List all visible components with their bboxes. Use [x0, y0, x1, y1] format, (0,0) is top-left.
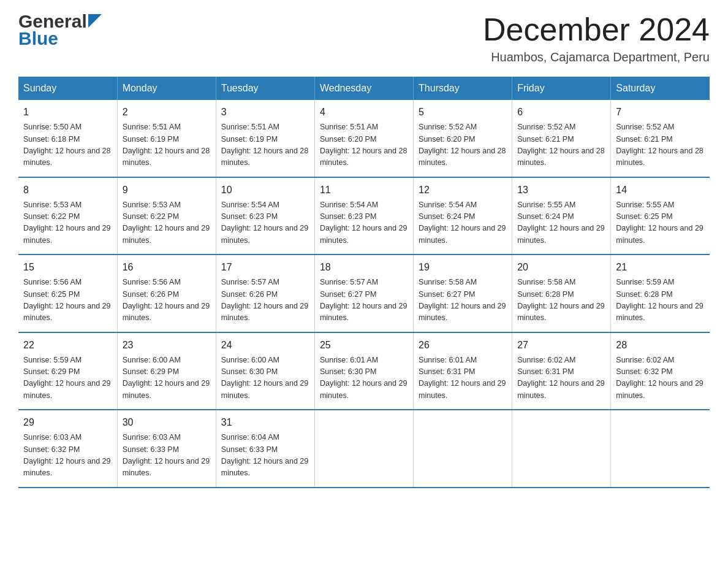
calendar-cell: 7Sunrise: 5:52 AMSunset: 6:21 PMDaylight…: [611, 100, 710, 177]
day-number: 8: [23, 183, 112, 197]
calendar-header-row: SundayMondayTuesdayWednesdayThursdayFrid…: [18, 77, 710, 100]
day-info: Sunrise: 5:57 AMSunset: 6:27 PMDaylight:…: [320, 277, 408, 324]
calendar-cell: 2Sunrise: 5:51 AMSunset: 6:19 PMDaylight…: [117, 100, 216, 177]
day-info: Sunrise: 5:54 AMSunset: 6:23 PMDaylight:…: [221, 199, 309, 247]
weekday-header: Tuesday: [216, 77, 314, 100]
calendar-cell: 16Sunrise: 5:56 AMSunset: 6:26 PMDayligh…: [117, 255, 216, 332]
calendar-cell: 22Sunrise: 5:59 AMSunset: 6:29 PMDayligh…: [18, 332, 117, 410]
calendar-cell: 8Sunrise: 5:53 AMSunset: 6:22 PMDaylight…: [18, 177, 117, 255]
day-number: 23: [123, 338, 211, 353]
day-info: Sunrise: 5:52 AMSunset: 6:21 PMDaylight:…: [517, 121, 605, 169]
calendar-table: SundayMondayTuesdayWednesdayThursdayFrid…: [18, 77, 710, 488]
calendar-cell: [512, 410, 611, 488]
day-number: 2: [123, 105, 211, 120]
day-info: Sunrise: 5:51 AMSunset: 6:19 PMDaylight:…: [221, 121, 309, 169]
logo-triangle-icon: [88, 14, 102, 28]
day-number: 28: [616, 338, 705, 353]
calendar-cell: 11Sunrise: 5:54 AMSunset: 6:23 PMDayligh…: [314, 177, 413, 255]
day-info: Sunrise: 5:51 AMSunset: 6:19 PMDaylight:…: [123, 121, 211, 169]
day-info: Sunrise: 5:55 AMSunset: 6:25 PMDaylight:…: [616, 199, 705, 247]
day-info: Sunrise: 5:50 AMSunset: 6:18 PMDaylight:…: [23, 121, 112, 169]
day-number: 17: [221, 260, 309, 275]
day-number: 30: [123, 415, 211, 430]
day-info: Sunrise: 5:53 AMSunset: 6:22 PMDaylight:…: [23, 199, 112, 247]
calendar-cell: 30Sunrise: 6:03 AMSunset: 6:33 PMDayligh…: [117, 410, 216, 488]
svg-marker-0: [88, 14, 102, 28]
day-info: Sunrise: 5:57 AMSunset: 6:26 PMDaylight:…: [221, 277, 309, 324]
day-info: Sunrise: 5:59 AMSunset: 6:29 PMDaylight:…: [23, 354, 112, 402]
day-info: Sunrise: 5:56 AMSunset: 6:25 PMDaylight:…: [23, 277, 112, 324]
calendar-cell: 10Sunrise: 5:54 AMSunset: 6:23 PMDayligh…: [216, 177, 314, 255]
day-number: 11: [320, 183, 408, 197]
day-number: 31: [221, 415, 309, 430]
calendar-cell: 27Sunrise: 6:02 AMSunset: 6:31 PMDayligh…: [512, 332, 611, 410]
day-number: 13: [517, 183, 605, 197]
weekday-header: Friday: [512, 77, 611, 100]
day-info: Sunrise: 6:02 AMSunset: 6:32 PMDaylight:…: [616, 354, 705, 402]
day-info: Sunrise: 5:55 AMSunset: 6:24 PMDaylight:…: [517, 199, 605, 247]
calendar-cell: [611, 410, 710, 488]
day-number: 24: [221, 338, 309, 353]
weekday-header: Monday: [117, 77, 216, 100]
calendar-week-row: 29Sunrise: 6:03 AMSunset: 6:32 PMDayligh…: [18, 410, 710, 488]
day-number: 9: [123, 183, 211, 197]
day-info: Sunrise: 6:02 AMSunset: 6:31 PMDaylight:…: [517, 354, 605, 402]
day-number: 16: [123, 260, 211, 275]
calendar-week-row: 8Sunrise: 5:53 AMSunset: 6:22 PMDaylight…: [18, 177, 710, 255]
day-number: 29: [23, 415, 112, 430]
calendar-cell: 26Sunrise: 6:01 AMSunset: 6:31 PMDayligh…: [414, 332, 512, 410]
day-info: Sunrise: 6:00 AMSunset: 6:30 PMDaylight:…: [221, 354, 309, 402]
day-info: Sunrise: 5:59 AMSunset: 6:28 PMDaylight:…: [616, 277, 705, 324]
calendar-week-row: 1Sunrise: 5:50 AMSunset: 6:18 PMDaylight…: [18, 100, 710, 177]
day-number: 22: [23, 338, 112, 353]
day-info: Sunrise: 5:51 AMSunset: 6:20 PMDaylight:…: [320, 121, 408, 169]
day-number: 1: [23, 105, 112, 120]
calendar-cell: 4Sunrise: 5:51 AMSunset: 6:20 PMDaylight…: [314, 100, 413, 177]
calendar-cell: 14Sunrise: 5:55 AMSunset: 6:25 PMDayligh…: [611, 177, 710, 255]
calendar-cell: 17Sunrise: 5:57 AMSunset: 6:26 PMDayligh…: [216, 255, 314, 332]
day-number: 12: [419, 183, 507, 197]
day-number: 4: [320, 105, 408, 120]
day-number: 15: [23, 260, 112, 275]
day-info: Sunrise: 6:03 AMSunset: 6:33 PMDaylight:…: [123, 432, 211, 480]
day-number: 3: [221, 105, 309, 120]
calendar-cell: 31Sunrise: 6:04 AMSunset: 6:33 PMDayligh…: [216, 410, 314, 488]
day-info: Sunrise: 5:54 AMSunset: 6:23 PMDaylight:…: [320, 199, 408, 247]
day-number: 19: [419, 260, 507, 275]
calendar-cell: 3Sunrise: 5:51 AMSunset: 6:19 PMDaylight…: [216, 100, 314, 177]
day-number: 5: [419, 105, 507, 120]
calendar-week-row: 15Sunrise: 5:56 AMSunset: 6:25 PMDayligh…: [18, 255, 710, 332]
calendar-cell: 12Sunrise: 5:54 AMSunset: 6:24 PMDayligh…: [414, 177, 512, 255]
day-number: 21: [616, 260, 705, 275]
page-title: December 2024: [483, 12, 710, 47]
day-info: Sunrise: 5:53 AMSunset: 6:22 PMDaylight:…: [123, 199, 211, 247]
day-info: Sunrise: 5:56 AMSunset: 6:26 PMDaylight:…: [123, 277, 211, 324]
calendar-week-row: 22Sunrise: 5:59 AMSunset: 6:29 PMDayligh…: [18, 332, 710, 410]
day-info: Sunrise: 5:54 AMSunset: 6:24 PMDaylight:…: [419, 199, 507, 247]
day-info: Sunrise: 5:52 AMSunset: 6:21 PMDaylight:…: [616, 121, 705, 169]
day-number: 27: [517, 338, 605, 353]
calendar-cell: 9Sunrise: 5:53 AMSunset: 6:22 PMDaylight…: [117, 177, 216, 255]
day-number: 18: [320, 260, 408, 275]
day-info: Sunrise: 6:00 AMSunset: 6:29 PMDaylight:…: [123, 354, 211, 402]
calendar-cell: 23Sunrise: 6:00 AMSunset: 6:29 PMDayligh…: [117, 332, 216, 410]
logo: General Blue: [18, 12, 102, 49]
calendar-cell: 18Sunrise: 5:57 AMSunset: 6:27 PMDayligh…: [314, 255, 413, 332]
calendar-body: 1Sunrise: 5:50 AMSunset: 6:18 PMDaylight…: [18, 100, 710, 488]
calendar-cell: 19Sunrise: 5:58 AMSunset: 6:27 PMDayligh…: [414, 255, 512, 332]
calendar-cell: 20Sunrise: 5:58 AMSunset: 6:28 PMDayligh…: [512, 255, 611, 332]
day-info: Sunrise: 5:58 AMSunset: 6:27 PMDaylight:…: [419, 277, 507, 324]
day-info: Sunrise: 6:01 AMSunset: 6:31 PMDaylight:…: [419, 354, 507, 402]
page-header: General Blue December 2024 Huambos, Caja…: [18, 12, 710, 64]
weekday-header: Wednesday: [314, 77, 413, 100]
calendar-cell: 25Sunrise: 6:01 AMSunset: 6:30 PMDayligh…: [314, 332, 413, 410]
calendar-cell: 1Sunrise: 5:50 AMSunset: 6:18 PMDaylight…: [18, 100, 117, 177]
calendar-cell: 24Sunrise: 6:00 AMSunset: 6:30 PMDayligh…: [216, 332, 314, 410]
day-number: 14: [616, 183, 705, 197]
weekday-header: Sunday: [18, 77, 117, 100]
day-info: Sunrise: 6:03 AMSunset: 6:32 PMDaylight:…: [23, 432, 112, 480]
logo-blue: Blue: [18, 28, 58, 49]
day-info: Sunrise: 5:52 AMSunset: 6:20 PMDaylight:…: [419, 121, 507, 169]
calendar-cell: 13Sunrise: 5:55 AMSunset: 6:24 PMDayligh…: [512, 177, 611, 255]
day-number: 20: [517, 260, 605, 275]
